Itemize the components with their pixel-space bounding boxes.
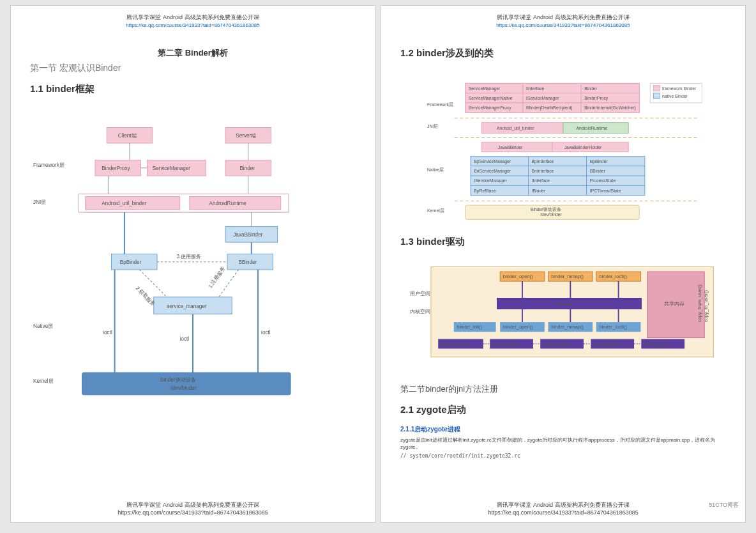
svg-text:JavaBBinder: JavaBBinder xyxy=(498,145,523,150)
footer-title: 腾讯享学课堂 Android 高级架构系列免费直播公开课 xyxy=(381,501,745,509)
zygote-description: zygote是由init进程通过解析init.zygote.rc文件而创建的，z… xyxy=(400,436,726,451)
svg-text:IBinder(DeathRecipient): IBinder(DeathRecipient) xyxy=(526,105,573,111)
footer-url[interactable]: https://ke.qq.com/course/341933?taid=867… xyxy=(117,509,268,516)
section-1-title: 第一节 宏观认识Binder xyxy=(30,63,356,74)
heading-1-3: 1.3 binder驱动 xyxy=(400,236,726,248)
svg-text:ioctl: ioctl xyxy=(103,330,112,336)
header-url[interactable]: https://ke.qq.com/course/341933?taid=867… xyxy=(126,22,259,28)
svg-rect-74 xyxy=(653,86,660,91)
svg-text:Framework层: Framework层 xyxy=(427,102,453,107)
header: 腾讯享学课堂 Android 高级架构系列免费直播公开课 https://ke.… xyxy=(30,13,356,28)
footer-url[interactable]: https://ke.qq.com/course/341933?taid=867… xyxy=(488,509,638,516)
footer: 腾讯享学课堂 Android 高级架构系列免费直播公开课 https://ke.… xyxy=(11,501,375,516)
svg-text:Binder: Binder xyxy=(239,166,255,171)
svg-text:IInterface: IInterface xyxy=(526,86,545,91)
svg-text:Native层: Native层 xyxy=(33,323,53,329)
svg-text:AndroidRuntime: AndroidRuntime xyxy=(576,126,607,130)
svg-text:BinderProxy: BinderProxy xyxy=(584,96,609,101)
svg-text:copy_from_user(): copy_from_user() xyxy=(697,284,702,322)
svg-text:IServiceManager: IServiceManager xyxy=(526,96,559,101)
heading-1-1: 1.1 binder框架 xyxy=(30,83,356,95)
svg-text:binder_init(): binder_init() xyxy=(457,324,482,330)
svg-text:framework Binder: framework Binder xyxy=(662,86,697,91)
svg-text:Android_util_binder: Android_util_binder xyxy=(102,201,146,206)
svg-text:Kernel层: Kernel层 xyxy=(33,378,54,384)
svg-text:binder_proc: binder_proc xyxy=(594,341,620,347)
svg-text:JNI层: JNI层 xyxy=(33,199,46,205)
svg-text:共享内存: 共享内存 xyxy=(664,301,684,307)
header-url[interactable]: https://ke.qq.com/course/341933?taid=867… xyxy=(496,22,630,28)
svg-text:ServiceManager: ServiceManager xyxy=(469,86,501,91)
svg-text:JNI层: JNI层 xyxy=(427,124,438,128)
svg-text:BpRefBase: BpRefBase xyxy=(474,189,496,194)
svg-text:native Binder: native Binder xyxy=(662,94,688,98)
svg-text:3.使用服务: 3.使用服务 xyxy=(177,254,202,259)
svg-text:Binder: Binder xyxy=(584,86,597,91)
diagram-binder-driver: 用户空间 内核空间 binder_open() binder_mmap() bi… xyxy=(400,262,726,364)
svg-text:Client端: Client端 xyxy=(118,133,137,139)
svg-text:binder_open(): binder_open() xyxy=(503,274,533,279)
svg-text:binder_proc: binder_proc xyxy=(645,341,670,347)
svg-text:AndroidRuntime: AndroidRuntime xyxy=(209,201,246,206)
svg-text:用户空间: 用户空间 xyxy=(410,291,430,297)
svg-text:BnInterface: BnInterface xyxy=(532,169,554,173)
svg-text:binder_procs: binder_procs xyxy=(441,341,469,347)
chapter-title: 第二章 Binder解析 xyxy=(30,47,356,59)
svg-text:ioctl: ioctl xyxy=(180,336,190,342)
svg-text:ioctl: ioctl xyxy=(261,330,271,336)
svg-text:binder_proc: binder_proc xyxy=(494,341,519,347)
svg-text:binder_ioctl(): binder_ioctl() xyxy=(599,324,627,330)
svg-text:Syscall: Syscall xyxy=(557,301,573,307)
svg-text:BpBinder: BpBinder xyxy=(590,159,609,164)
svg-text:binder_mmap(): binder_mmap() xyxy=(551,324,584,330)
svg-rect-76 xyxy=(653,93,660,99)
heading-1-2: 1.2 binder涉及到的类 xyxy=(400,47,726,59)
svg-text:binder_mmap(): binder_mmap() xyxy=(551,274,584,279)
svg-text:Android_util_binder: Android_util_binder xyxy=(497,126,534,131)
svg-text:Binder驱动设备: Binder驱动设备 xyxy=(160,377,196,383)
heading-2-1-1: 2.1.1启动zygote进程 xyxy=(400,425,726,434)
svg-text:Binder驱动设备: Binder驱动设备 xyxy=(531,207,561,212)
svg-text:binder_proc: binder_proc xyxy=(544,341,570,347)
svg-text:binder_ioctl(): binder_ioctl() xyxy=(599,274,627,279)
header-2: 腾讯享学课堂 Android 高级架构系列免费直播公开课 https://ke.… xyxy=(400,13,726,28)
svg-text:BpBinder: BpBinder xyxy=(120,259,142,265)
svg-text:ServiceManager: ServiceManager xyxy=(153,166,191,171)
svg-text:BinderProxy: BinderProxy xyxy=(102,166,130,171)
svg-text:BpInterface: BpInterface xyxy=(532,159,554,164)
svg-text:BpServiceManager: BpServiceManager xyxy=(474,159,511,164)
page-1: 腾讯享学课堂 Android 高级架构系列免费直播公开课 https://ke.… xyxy=(10,5,375,523)
svg-text:BBinder: BBinder xyxy=(590,169,606,173)
svg-text:Kernel层: Kernel层 xyxy=(427,208,444,213)
svg-text:JavaBBinder: JavaBBinder xyxy=(233,232,262,238)
svg-text:内核空间: 内核空间 xyxy=(410,309,430,314)
svg-text:/dev/binder: /dev/binder xyxy=(540,212,562,217)
svg-text:IInterface: IInterface xyxy=(532,178,550,183)
header-title: 腾讯享学课堂 Android 高级架构系列免费直播公开课 xyxy=(400,13,726,22)
svg-text:JavaBBinderHolder: JavaBBinderHolder xyxy=(564,145,602,150)
svg-text:BinderInternal(GcWatcher): BinderInternal(GcWatcher) xyxy=(584,105,636,111)
svg-rect-47 xyxy=(82,373,291,395)
svg-text:copy_to_user(): copy_to_user() xyxy=(703,290,709,322)
page-2: 腾讯享学课堂 Android 高级架构系列免费直播公开课 https://ke.… xyxy=(381,5,746,523)
svg-text:BnServiceManager: BnServiceManager xyxy=(474,169,511,174)
zygote-path: // system/core/rootdir/init.zygote32.rc xyxy=(400,453,726,459)
svg-text:1.注册服务: 1.注册服务 xyxy=(208,266,227,290)
svg-text:/dev/binder: /dev/binder xyxy=(170,385,197,391)
svg-text:ServiceManagerProxy: ServiceManagerProxy xyxy=(469,105,511,111)
svg-text:2.获取服务: 2.获取服务 xyxy=(135,286,156,307)
svg-text:IPCThreadState: IPCThreadState xyxy=(590,189,621,193)
svg-text:IServiceManager: IServiceManager xyxy=(474,178,507,183)
svg-text:IBinder: IBinder xyxy=(532,189,546,193)
svg-text:service_manager: service_manager xyxy=(167,304,207,309)
svg-text:Framework层: Framework层 xyxy=(33,162,64,168)
svg-text:ServiceManagerNative: ServiceManagerNative xyxy=(469,96,513,101)
svg-text:BBinder: BBinder xyxy=(238,259,257,265)
svg-text:binder_open(): binder_open() xyxy=(503,324,533,330)
header-title: 腾讯享学课堂 Android 高级架构系列免费直播公开课 xyxy=(30,13,356,22)
svg-text:Server端: Server端 xyxy=(236,133,256,139)
heading-2-1: 2.1 zygote启动 xyxy=(400,404,726,416)
diagram-binder-framework: Framework层 JNI层 Native层 Kernel层 Client端 … xyxy=(30,109,356,409)
footer-2: 腾讯享学课堂 Android 高级架构系列免费直播公开课 https://ke.… xyxy=(381,501,745,516)
diagram-binder-classes: Framework层 JNI层 Native层 Kernel层 ServiceM… xyxy=(400,73,726,220)
